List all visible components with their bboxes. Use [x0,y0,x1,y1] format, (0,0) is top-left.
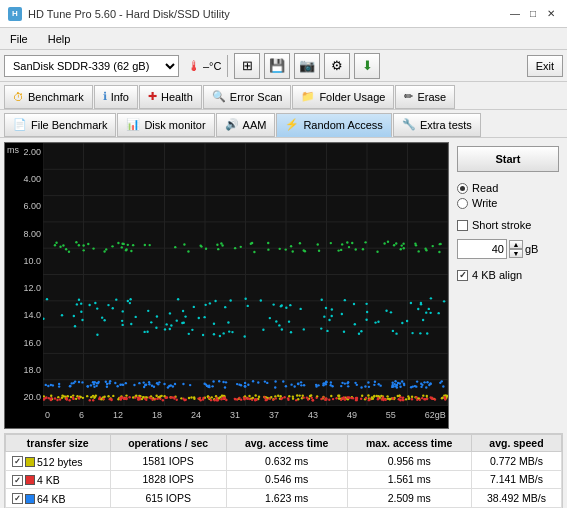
cell-speed: 7.141 MB/s [471,470,561,489]
row-checkbox[interactable]: ✓ [12,456,23,467]
erase-icon: ✏ [404,90,413,103]
tab-random-access-label: Random Access [303,119,382,131]
x-label-18: 18 [152,410,162,426]
nav-tabs-row1: ⏱ Benchmark ℹ Info ✚ Health 🔍 Error Scan… [0,82,567,110]
cell-ops: 1828 IOPS [110,470,226,489]
read-label: Read [472,182,498,194]
drive-select[interactable]: SanDisk SDDR-339 (62 gB) [4,55,179,77]
toolbar-btn-1[interactable]: ⊞ [234,53,260,79]
tab-aam[interactable]: 🔊 AAM [216,113,276,137]
tab-file-benchmark[interactable]: 📄 File Benchmark [4,113,116,137]
spinbox-unit: gB [525,243,538,255]
write-radio-circle [457,198,468,209]
short-stroke-label: Short stroke [472,219,531,231]
spin-down-button[interactable]: ▼ [509,249,523,258]
short-stroke-checkbox[interactable]: Short stroke [457,219,559,231]
chart-plot [43,143,448,406]
y-label-2: 2.00 [7,147,41,157]
toolbar-divider-1 [227,55,228,77]
toolbar-btn-2[interactable]: 💾 [264,53,290,79]
cell-speed: 0.772 MB/s [471,452,561,471]
chart-xaxis: 0 6 12 18 24 31 37 43 49 55 62gB [43,406,448,428]
cell-ops: 615 IOPS [110,489,226,508]
stats-table: transfer size operations / sec avg. acce… [5,434,562,508]
write-label: Write [472,197,497,209]
header-avg-speed: avg. speed [471,435,561,452]
stats-container: transfer size operations / sec avg. acce… [4,433,563,508]
tab-extra-tests[interactable]: 🔧 Extra tests [393,113,481,137]
spin-up-button[interactable]: ▲ [509,240,523,249]
y-label-20: 20.0 [7,392,41,402]
start-button[interactable]: Start [457,146,559,172]
stats-tbody: ✓ 512 bytes 1581 IOPS 0.632 ms 0.956 ms … [6,452,562,509]
error-scan-icon: 🔍 [212,90,226,103]
info-icon: ℹ [103,90,107,103]
right-panel: Start Read Write Short stroke ▲ ▼ [453,142,563,429]
radio-read[interactable]: Read [457,182,559,194]
label-text: 4 KB [37,474,60,486]
tab-extra-tests-label: Extra tests [420,119,472,131]
tab-disk-monitor[interactable]: 📊 Disk monitor [117,113,214,137]
tab-health-label: Health [161,91,193,103]
y-label-4: 4.00 [7,174,41,184]
window-controls: — □ ✕ [507,6,559,22]
tab-health[interactable]: ✚ Health [139,85,202,109]
menu-bar: File Help [0,28,567,50]
x-label-31: 31 [230,410,240,426]
toolbar-btn-5[interactable]: ⬇ [354,53,380,79]
align-check-mark: ✓ [459,270,467,280]
x-label-37: 37 [269,410,279,426]
tab-error-scan-label: Error Scan [230,91,283,103]
y-label-14: 14.0 [7,310,41,320]
tab-erase[interactable]: ✏ Erase [395,85,455,109]
x-label-0: 0 [45,410,50,426]
cell-max-access: 2.509 ms [347,489,471,508]
row-checkbox[interactable]: ✓ [12,493,23,504]
radio-group: Read Write [457,182,559,209]
tab-benchmark-label: Benchmark [28,91,84,103]
tab-file-benchmark-label: File Benchmark [31,119,107,131]
tab-benchmark[interactable]: ⏱ Benchmark [4,85,93,109]
extra-tests-icon: 🔧 [402,118,416,131]
tab-random-access[interactable]: ⚡ Random Access [276,113,391,137]
tab-folder-usage-label: Folder Usage [319,91,385,103]
menu-help[interactable]: Help [44,31,75,47]
folder-icon: 📁 [301,90,315,103]
label-text: 64 KB [37,493,66,505]
spinbox-input[interactable] [457,239,507,259]
tab-error-scan[interactable]: 🔍 Error Scan [203,85,292,109]
x-label-6: 6 [79,410,84,426]
minimize-button[interactable]: — [507,6,523,22]
cell-avg-access: 1.623 ms [226,489,347,508]
header-ops: operations / sec [110,435,226,452]
short-stroke-box [457,220,468,231]
tab-info[interactable]: ℹ Info [94,85,138,109]
tab-folder-usage[interactable]: 📁 Folder Usage [292,85,394,109]
align-box: ✓ [457,270,468,281]
color-indicator [25,475,35,485]
close-button[interactable]: ✕ [543,6,559,22]
menu-file[interactable]: File [6,31,32,47]
color-indicator [25,494,35,504]
spinbox-row: ▲ ▼ gB [457,239,559,259]
cell-label: ✓ 4 KB [6,470,111,489]
y-label-16: 16.0 [7,338,41,348]
random-access-icon: ⚡ [285,118,299,131]
align-checkbox[interactable]: ✓ 4 KB align [457,269,559,281]
cell-max-access: 1.561 ms [347,470,471,489]
toolbar-btn-4[interactable]: ⚙ [324,53,350,79]
y-label-10: 10.0 [7,256,41,266]
radio-write[interactable]: Write [457,197,559,209]
tab-disk-monitor-label: Disk monitor [144,119,205,131]
header-max-access: max. access time [347,435,471,452]
thermometer-icon: 🌡 [187,58,201,74]
toolbar-btn-3[interactable]: 📷 [294,53,320,79]
table-row: ✓ 512 bytes 1581 IOPS 0.632 ms 0.956 ms … [6,452,562,471]
title-bar: H HD Tune Pro 5.60 - Hard Disk/SSD Utili… [0,0,567,28]
row-checkbox[interactable]: ✓ [12,475,23,486]
toolbar: SanDisk SDDR-339 (62 gB) 🌡 –°C ⊞ 💾 📷 ⚙ ⬇… [0,50,567,82]
exit-button[interactable]: Exit [527,55,563,77]
color-indicator [25,457,35,467]
maximize-button[interactable]: □ [525,6,541,22]
window-title: HD Tune Pro 5.60 - Hard Disk/SSD Utility [28,8,230,20]
